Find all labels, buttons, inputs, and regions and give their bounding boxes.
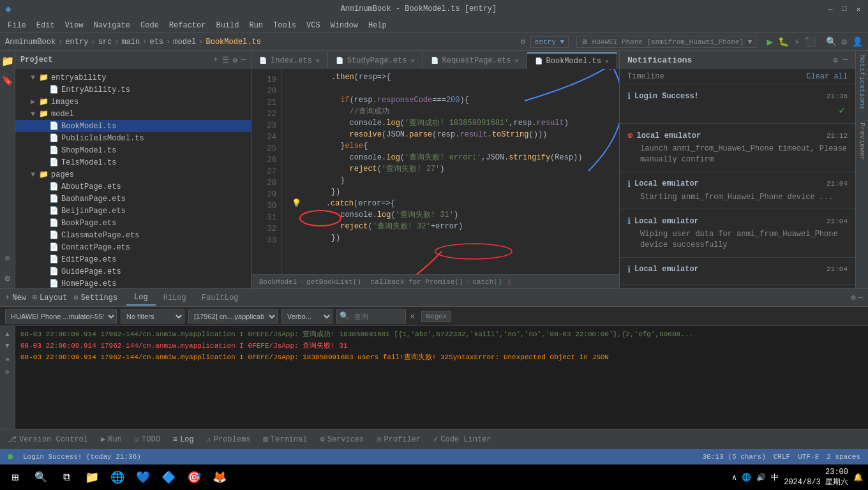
toolbar-problems[interactable]: ⚠ Problems [204, 433, 253, 445]
log-settings-icon[interactable]: ⚙ [73, 293, 78, 302]
menu-view[interactable]: View [60, 20, 89, 31]
sidebar-collapse-icon[interactable]: ☰ [222, 56, 229, 65]
log-filter-icon[interactable]: ⊘ [3, 366, 11, 378]
statusbar-encoding[interactable]: UTF-8 [798, 453, 819, 461]
tree-item-telsModel[interactable]: 📄TelsModel.ts [15, 156, 251, 168]
taskbar-app3-icon[interactable]: 🎯 [184, 467, 204, 487]
log-scroll-up[interactable]: ▲ [3, 329, 11, 340]
taskbar-file-icon[interactable]: 📁 [82, 467, 102, 487]
tree-item-beijinPage[interactable]: 📄BeijinPage.ets [15, 205, 251, 217]
menu-help[interactable]: Help [363, 20, 392, 31]
tab-studyPage-ets[interactable]: 📄 StudyPage.ets ✕ [328, 52, 423, 69]
ed-bc-bookmodel[interactable]: BookModel [259, 278, 297, 286]
activity-structure-icon[interactable]: ≡ [0, 251, 15, 267]
tab-close-requestPage[interactable]: ✕ [515, 57, 519, 64]
tab-requestPage-ets[interactable]: 📄 RequestPage.ets ✕ [423, 52, 527, 69]
breadcrumb-main[interactable]: main [121, 38, 140, 47]
taskbar-ime-icon[interactable]: 中 [771, 472, 779, 483]
device-select[interactable]: HUAWEI Phone ...mulator-5554 [5, 309, 117, 323]
taskbar-clock[interactable]: 23:00 2024/8/3 星期六 [784, 468, 848, 487]
user-icon[interactable]: 👤 [852, 36, 863, 47]
tab-close-index[interactable]: ✕ [316, 57, 320, 64]
tree-item-publicIelsModel[interactable]: 📄PublicIelsModel.ts [15, 132, 251, 144]
run-button[interactable]: ▶ [767, 36, 773, 48]
log-content[interactable]: 08-03 22:00:09.914 17962-144/cn.anmiw.my… [15, 326, 868, 429]
tree-item-editPage[interactable]: 📄EditPage.ets [15, 253, 251, 265]
menu-vcs[interactable]: VCS [301, 20, 326, 31]
toolbar-log[interactable]: ≡ Log [170, 434, 197, 445]
log-tab-faultlog[interactable]: FaultLog [194, 291, 246, 305]
clear-all-button[interactable]: Clear all [806, 72, 848, 81]
menu-edit[interactable]: Edit [31, 20, 60, 31]
tree-item-guidePage[interactable]: 📄GuidePage.ets [15, 265, 251, 278]
log-new-icon[interactable]: + [5, 293, 10, 302]
tree-item-entryability-ts[interactable]: 📄EntryAbility.ts [15, 84, 251, 96]
log-panel-settings-icon[interactable]: ⚙ [851, 293, 856, 302]
taskbar-start-icon[interactable]: ⊞ [5, 467, 26, 487]
tree-item-baohanPage[interactable]: 📄BaohanPage.ets [15, 193, 251, 205]
breadcrumb-model[interactable]: model [173, 38, 196, 47]
log-tab-log[interactable]: Log [126, 290, 156, 306]
tree-item-homePage[interactable]: 📄HomePage.ets [15, 278, 251, 288]
tree-item-shopModel[interactable]: 📄ShopModel.ts [15, 144, 251, 156]
menu-tools[interactable]: Tools [268, 20, 301, 31]
taskbar-app4-icon[interactable]: 🦊 [209, 467, 230, 487]
profile-button[interactable]: ⚡ [794, 36, 799, 47]
run-device[interactable]: 🖥 HUAWEI Phone [anmifrom_Huawei_Phone] ▼ [576, 36, 756, 48]
tree-item-classmatePage[interactable]: 📄ClassmatePage.ets [15, 229, 251, 241]
tab-previewer-vert[interactable]: Previewer [856, 119, 869, 164]
code-content[interactable]: .then(resp => { if(resp.responseCode ===… [282, 69, 619, 274]
search-everywhere-icon[interactable]: 🔍 [826, 36, 837, 47]
menu-file[interactable]: File [3, 20, 31, 31]
ed-bc-callback[interactable]: callback for Promise() [370, 278, 463, 286]
log-layout-icon[interactable]: ⊞ [33, 293, 37, 302]
debug-button[interactable]: 🐛 [778, 36, 789, 47]
toolbar-terminal[interactable]: ▥ Terminal [261, 433, 310, 445]
taskbar-app2-icon[interactable]: 🔷 [158, 467, 179, 487]
menu-refactor[interactable]: Refactor [164, 20, 211, 31]
menu-code[interactable]: Code [135, 20, 164, 31]
toolbar-version-control[interactable]: ⎇ Version Control [5, 433, 91, 445]
menu-window[interactable]: Window [326, 20, 363, 31]
tree-item-contactPage[interactable]: 📄ContactPage.ets [15, 241, 251, 253]
toolbar-profiler[interactable]: ◎ Profiler [374, 433, 423, 445]
sidebar-gear-icon[interactable]: ⚙ [233, 56, 237, 65]
tree-item-aboutPage[interactable]: 📄AboutPage.ets [15, 181, 251, 193]
log-layout-button[interactable]: Layout [40, 293, 67, 302]
sidebar-minimize-icon[interactable]: — [241, 56, 246, 64]
statusbar-line-ending[interactable]: CRLF [774, 453, 790, 461]
settings-icon[interactable]: ⚙ [842, 36, 847, 47]
log-scroll-down[interactable]: ▼ [3, 340, 11, 352]
statusbar-indent[interactable]: 2 spaces [827, 453, 860, 461]
notifications-settings-icon[interactable]: ⚙ [834, 56, 838, 65]
statusbar-position[interactable]: 30:13 (5 chars) [703, 453, 766, 461]
tree-item-images[interactable]: ▶📁images [15, 96, 251, 108]
verbose-select[interactable]: Verbo... [281, 309, 333, 323]
breadcrumb-src[interactable]: src [98, 38, 112, 47]
log-settings-button[interactable]: Settings [81, 293, 118, 302]
tree-item-pages[interactable]: ▼📁pages [15, 168, 251, 181]
ed-bc-catch[interactable]: catch() [472, 278, 502, 286]
toolbar-services[interactable]: ⚙ Services [317, 433, 366, 445]
toolbar-run[interactable]: ▶ Run [98, 433, 124, 445]
log-panel-close-icon[interactable]: — [858, 293, 863, 302]
regex-button[interactable]: Regex [421, 311, 451, 322]
notifications-minimize-icon[interactable]: — [843, 56, 848, 64]
breadcrumb-file[interactable]: BookModel.ts [206, 38, 261, 47]
minimize-button[interactable]: — [826, 4, 835, 13]
tree-item-entryability[interactable]: ▼📁entryability [15, 71, 251, 84]
log-new-button[interactable]: New [12, 293, 26, 302]
tab-notifications-vert[interactable]: Notifications [856, 51, 869, 114]
menu-navigate[interactable]: Navigate [88, 20, 135, 31]
activity-settings-icon[interactable]: ⚙ [0, 271, 15, 286]
breadcrumb-ets[interactable]: ets [149, 38, 163, 47]
toolbar-code-linter[interactable]: ✓ Code Linter [431, 433, 493, 445]
log-tab-hilog[interactable]: HiLog [156, 291, 194, 305]
taskbar-volume-icon[interactable]: 🔊 [756, 473, 766, 482]
breadcrumb-entry[interactable]: entry [65, 38, 88, 47]
maximize-button[interactable]: □ [840, 4, 849, 13]
tab-close-studyPage[interactable]: ✕ [410, 57, 414, 64]
log-clear-icon[interactable]: ✕ [410, 311, 415, 322]
log-search-input[interactable] [352, 309, 403, 323]
sidebar-add-icon[interactable]: + [213, 56, 218, 64]
